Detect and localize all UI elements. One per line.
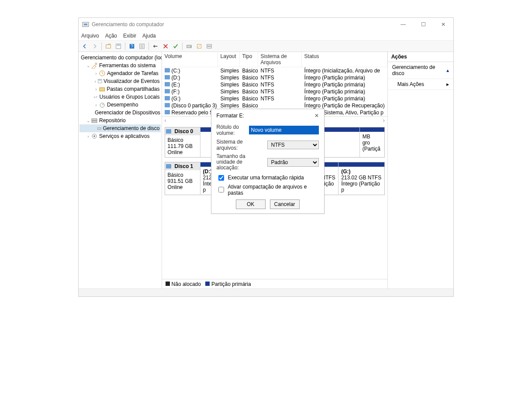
svg-text:?: ?: [131, 43, 133, 48]
chevron-right-icon: ▸: [446, 81, 449, 87]
scroll-left-icon[interactable]: ‹: [165, 117, 166, 124]
help-icon[interactable]: ?: [128, 42, 136, 51]
menu-arquivo[interactable]: Arquivo: [81, 33, 99, 39]
up-icon[interactable]: [104, 42, 113, 51]
volume-label-input[interactable]: [249, 126, 319, 134]
table-row[interactable]: (E:)SimplesBásicoNTFSÍntegro (Partição p…: [162, 81, 387, 88]
col-layout[interactable]: Layout: [218, 52, 240, 67]
volume-icon: [165, 103, 170, 107]
partition-g[interactable]: (G:) 213.02 GB NTFS Íntegro (Partição p: [338, 162, 384, 195]
chevron-right-icon[interactable]: ›: [93, 103, 99, 107]
table-row[interactable]: (G:)SimplesBásicoNTFSÍntegro (Partição p…: [162, 95, 387, 102]
maximize-button[interactable]: ☐: [417, 21, 430, 27]
col-tipo[interactable]: Tipo: [240, 52, 258, 67]
disk-icon[interactable]: [185, 42, 193, 51]
disk0-partition-tail[interactable]: MB gro (Partiçã: [359, 127, 384, 157]
events-icon: [97, 78, 102, 85]
refresh-list-icon[interactable]: [138, 42, 146, 51]
svg-rect-28: [92, 119, 97, 120]
compression-label: Ativar compactação de arquivos e pastas: [228, 184, 319, 196]
volume-icon: [165, 110, 170, 114]
main-window: Gerenciamento do computador — ☐ ✕ Arquiv…: [78, 17, 454, 297]
ok-button[interactable]: OK: [236, 199, 266, 209]
tree-usuarios[interactable]: › Usuários e Grupos Locais: [79, 93, 161, 101]
menu-exibir[interactable]: Exibir: [123, 33, 136, 39]
shared-folder-icon: [99, 86, 106, 93]
close-button[interactable]: ✕: [437, 21, 450, 27]
col-volume[interactable]: Volume: [162, 52, 218, 67]
table-row[interactable]: (D:)SimplesBásicoNTFSÍntegro (Partição p…: [162, 74, 387, 81]
tree-agendador[interactable]: › Agendador de Tarefas: [79, 69, 161, 77]
tree-repositorio[interactable]: ⌄ Repositório: [79, 117, 161, 124]
compression-checkbox[interactable]: [218, 187, 224, 192]
chevron-right-icon[interactable]: ›: [93, 79, 97, 84]
actions-disk-management[interactable]: Gerenciamento de disco ▴: [388, 62, 453, 79]
menu-acao[interactable]: Ação: [105, 33, 117, 39]
chevron-down-icon[interactable]: ⌄: [86, 118, 91, 123]
disk-icon: [166, 164, 171, 168]
tree-gerenciamento-disco[interactable]: Gerenciamento de disco: [79, 124, 161, 132]
quick-format-checkbox[interactable]: [218, 175, 224, 181]
allocation-select[interactable]: Padrão: [267, 158, 319, 167]
table-row[interactable]: (Disco 0 partição 3)SimplesBásicoÍntegro…: [162, 102, 387, 109]
svg-point-24: [97, 96, 97, 96]
svg-rect-20: [98, 79, 102, 83]
col-filesystem[interactable]: Sistema de Arquivos: [258, 52, 302, 67]
table-row[interactable]: (F:)SimplesBásicoNTFSÍntegro (Partição p…: [162, 88, 387, 95]
menu-ajuda[interactable]: Ajuda: [142, 33, 156, 39]
chevron-right-icon[interactable]: ›: [93, 87, 99, 92]
services-icon: [91, 133, 98, 140]
svg-rect-4: [117, 45, 120, 45]
storage-icon: [91, 117, 98, 124]
svg-rect-3: [116, 44, 121, 48]
actions-header: Ações: [388, 52, 453, 62]
forward-icon[interactable]: [90, 42, 99, 51]
main-pane: Volume Layout Tipo Sistema de Arquivos S…: [162, 52, 388, 288]
tree-eventos[interactable]: › Visualizador de Eventos: [79, 77, 161, 85]
back-icon[interactable]: [80, 42, 89, 51]
users-icon: [95, 93, 98, 100]
tree-dispositivos[interactable]: Gerenciador de Dispositivos: [79, 109, 161, 117]
menubar: Arquivo Ação Exibir Ajuda: [79, 31, 453, 41]
tree-desempenho[interactable]: › Desempenho: [79, 101, 161, 109]
properties-icon[interactable]: [114, 42, 123, 51]
cancel-button[interactable]: Cancelar: [270, 199, 300, 209]
tree-ferramentas[interactable]: ⌄ Ferramentas do sistema: [79, 62, 161, 69]
clock-icon: [99, 70, 106, 77]
table-row[interactable]: (C:)SimplesBásicoNTFSÍntegro (Inicializa…: [162, 67, 387, 74]
filesystem-select[interactable]: NTFS: [267, 141, 319, 149]
wizard-icon[interactable]: [195, 42, 204, 51]
svg-point-18: [95, 63, 97, 65]
svg-point-12: [190, 46, 191, 47]
volume-label-label: Rótulo do volume:: [217, 124, 245, 136]
svg-rect-29: [92, 121, 97, 123]
disk-1-title: Disco 1: [175, 163, 193, 169]
check-icon[interactable]: [171, 42, 180, 51]
view-icon[interactable]: [205, 42, 214, 51]
svg-rect-21: [98, 80, 101, 80]
tree-pastas[interactable]: › Pastas compartilhadas: [79, 85, 161, 93]
svg-rect-30: [97, 127, 101, 130]
volume-icon: [165, 96, 170, 100]
chevron-right-icon[interactable]: ›: [93, 71, 99, 76]
scroll-right-icon[interactable]: ›: [383, 117, 385, 124]
svg-rect-1: [84, 24, 87, 25]
allocation-label: Tamanho da unidade de alocação:: [217, 154, 264, 171]
volume-table: Volume Layout Tipo Sistema de Arquivos S…: [162, 52, 387, 117]
col-status[interactable]: Status: [302, 52, 387, 67]
toolbar: ?: [79, 41, 453, 52]
tools-icon: [91, 62, 98, 69]
format-dialog: Formatar E: ✕ Rótulo do volume: Sistema …: [211, 109, 325, 214]
dialog-close-icon[interactable]: ✕: [314, 113, 319, 119]
chevron-down-icon[interactable]: ⌄: [86, 63, 91, 68]
titlebar: Gerenciamento do computador — ☐ ✕: [79, 18, 453, 31]
delete-icon[interactable]: [161, 42, 170, 51]
tree-servicos[interactable]: › Serviços e aplicativos: [79, 132, 161, 140]
volume-icon: [165, 89, 170, 93]
legend-primary-swatch: [205, 282, 210, 286]
chevron-right-icon[interactable]: ›: [86, 134, 91, 139]
actions-more[interactable]: Mais Ações ▸: [388, 79, 453, 90]
tree-root[interactable]: Gerenciamento do computador (local): [79, 54, 161, 62]
minimize-button[interactable]: —: [397, 21, 410, 27]
eject-icon[interactable]: [151, 42, 160, 51]
